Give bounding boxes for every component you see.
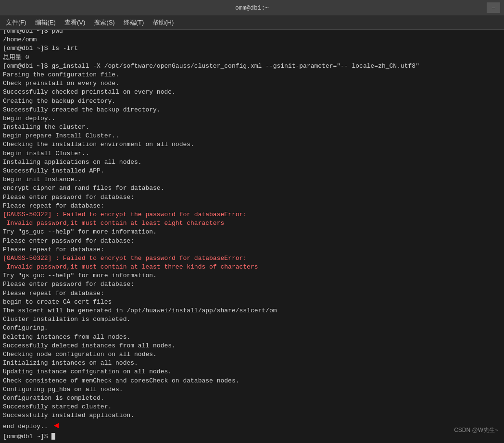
terminal-line: Deleting instances from all nodes. <box>3 333 501 342</box>
title-bar: omm@db1:~ − <box>0 0 504 15</box>
terminal-line: Installing applications on all nodes. <box>3 158 501 167</box>
window-title: omm@db1:~ <box>235 4 269 12</box>
watermark: CSDN @W先生~ <box>454 426 498 434</box>
terminal-line: /home/omm <box>3 36 501 44</box>
terminal-line: Updating instance configuration on all n… <box>3 368 501 376</box>
menu-item[interactable]: 搜索(S) <box>90 16 118 29</box>
menu-item[interactable]: 查看(V) <box>61 16 89 29</box>
terminal-line: Invalid password,it must contain at leas… <box>3 263 501 271</box>
terminal-window: omm@db1:~ − 文件(F)编辑(E)查看(V)搜索(S)终端(T)帮助(… <box>0 0 504 443</box>
terminal-line: Successfully created the backup director… <box>3 106 501 114</box>
terminal-line: 总用量 0 <box>3 53 501 62</box>
terminal-line: Parsing the configuration file. <box>3 71 501 79</box>
terminal-line: [GAUSS-50322] : Failed to encrypt the pa… <box>3 210 501 219</box>
terminal-line: end deploy..◄ <box>3 420 501 432</box>
window-controls: − <box>487 2 500 13</box>
terminal-line: Invalid password,it must contain at leas… <box>3 219 501 228</box>
terminal-line: Please repeat for database: <box>3 289 501 298</box>
menu-item[interactable]: 编辑(E) <box>31 16 60 29</box>
terminal-line: Please repeat for database: <box>3 246 501 254</box>
terminal-line: encrypt cipher and rand files for databa… <box>3 184 501 193</box>
terminal-line: [omm@db1 ~]$ <box>3 432 501 441</box>
terminal-line: Successfully checked preinstall on every… <box>3 88 501 97</box>
terminal-line: Cluster installation is completed. <box>3 315 501 324</box>
terminal-line: Configuring. <box>3 324 501 332</box>
terminal-line: [omm@db1 ~]$ pwd <box>3 30 501 36</box>
terminal-line: Successfully installed application. <box>3 411 501 420</box>
terminal-line: Check preinstall on every node. <box>3 79 501 88</box>
terminal-line: Checking the installation environment on… <box>3 140 501 149</box>
menu-item[interactable]: 帮助(H) <box>149 16 177 29</box>
terminal-line: [omm@db1 ~]$ gs_install -X /opt/software… <box>3 62 501 71</box>
terminal-line: Please repeat for database: <box>3 202 501 210</box>
terminal-line: Checking node configuration on all nodes… <box>3 350 501 359</box>
terminal-line: begin init Instance.. <box>3 175 501 184</box>
terminal-line: Initializing instances on all nodes. <box>3 359 501 368</box>
menu-item[interactable]: 终端(T) <box>120 16 148 29</box>
terminal-line: Configuring pg_hba on all nodes. <box>3 385 501 394</box>
menu-item[interactable]: 文件(F) <box>2 16 30 29</box>
terminal-line: begin to create CA cert files <box>3 298 501 307</box>
terminal-output[interactable]: [omm@db1 ~]$ pwd/home/omm[omm@db1 ~]$ ls… <box>0 30 504 443</box>
terminal-line: Successfully installed APP. <box>3 167 501 175</box>
terminal-line: Successfully deleted instances from all … <box>3 342 501 350</box>
terminal-line: begin prepare Install Cluster.. <box>3 132 501 140</box>
terminal-line: [GAUSS-50322] : Failed to encrypt the pa… <box>3 254 501 263</box>
menu-bar: 文件(F)编辑(E)查看(V)搜索(S)终端(T)帮助(H) <box>0 15 504 30</box>
terminal-line: The sslcert will be generated in /opt/hu… <box>3 307 501 315</box>
terminal-line: Successfully started cluster. <box>3 403 501 411</box>
terminal-line: begin install Cluster.. <box>3 149 501 158</box>
cursor <box>51 433 55 440</box>
terminal-line: Creating the backup directory. <box>3 97 501 106</box>
red-arrow-icon: ◄ <box>54 421 59 431</box>
terminal-line: Please enter password for database: <box>3 193 501 202</box>
terminal-line: Please enter password for database: <box>3 280 501 289</box>
terminal-line: Try "gs_guc --help" for more information… <box>3 228 501 236</box>
terminal-line: Please enter password for database: <box>3 237 501 246</box>
terminal-line: Installing the cluster. <box>3 123 501 132</box>
terminal-line: [omm@db1 ~]$ ls -lrt <box>3 44 501 53</box>
terminal-line: Check consistence of memCheck and coresC… <box>3 377 501 385</box>
terminal-line: begin deploy.. <box>3 114 501 123</box>
terminal-line: Try "gs_guc --help" for more information… <box>3 271 501 280</box>
terminal-line: Configuration is completed. <box>3 394 501 403</box>
minimize-button[interactable]: − <box>487 2 500 13</box>
